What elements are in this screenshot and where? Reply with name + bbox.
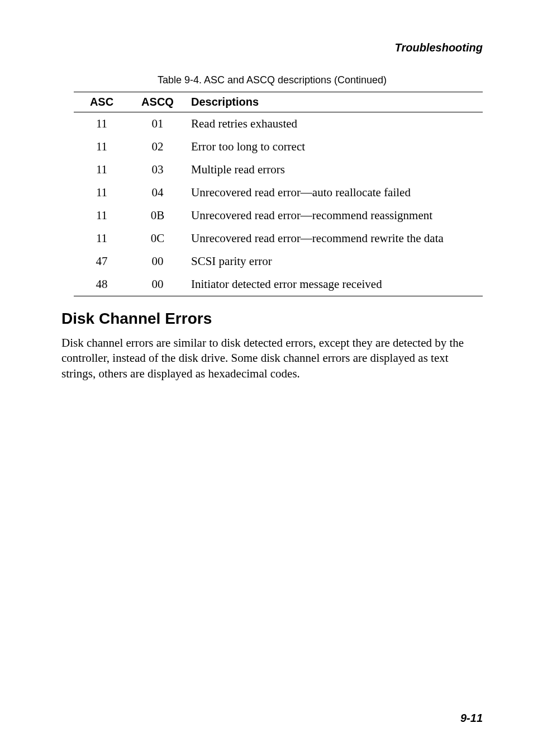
- table-row: 47 00 SCSI parity error: [74, 250, 483, 273]
- table-row: 11 01 Read retries exhausted: [74, 112, 483, 136]
- cell-desc: SCSI parity error: [185, 250, 483, 273]
- cell-asc: 11: [74, 135, 130, 158]
- table-caption: Table 9-4. ASC and ASCQ descriptions (Co…: [61, 74, 483, 86]
- cell-ascq: 0B: [130, 204, 185, 227]
- cell-ascq: 03: [130, 158, 185, 181]
- cell-asc: 11: [74, 158, 130, 181]
- cell-ascq: 0C: [130, 227, 185, 250]
- table-header-ascq: ASCQ: [130, 92, 185, 112]
- cell-ascq: 02: [130, 135, 185, 158]
- table-row: 11 02 Error too long to correct: [74, 135, 483, 158]
- table-row: 48 00 Initiator detected error message r…: [74, 273, 483, 296]
- table-row: 11 03 Multiple read errors: [74, 158, 483, 181]
- cell-desc: Unrecovered read error—recommend reassig…: [185, 204, 483, 227]
- table-row: 11 0B Unrecovered read error—recommend r…: [74, 204, 483, 227]
- cell-ascq: 00: [130, 250, 185, 273]
- section-heading: Disk Channel Errors: [61, 310, 483, 328]
- section-body: Disk channel errors are similar to disk …: [61, 336, 483, 381]
- cell-ascq: 04: [130, 181, 185, 204]
- cell-desc: Multiple read errors: [185, 158, 483, 181]
- table-row: 11 0C Unrecovered read error—recommend r…: [74, 227, 483, 250]
- cell-asc: 11: [74, 204, 130, 227]
- cell-ascq: 01: [130, 112, 185, 136]
- cell-ascq: 00: [130, 273, 185, 296]
- cell-asc: 48: [74, 273, 130, 296]
- cell-asc: 11: [74, 227, 130, 250]
- cell-asc: 47: [74, 250, 130, 273]
- cell-asc: 11: [74, 112, 130, 136]
- table-header-descriptions: Descriptions: [185, 92, 483, 112]
- cell-desc: Error too long to correct: [185, 135, 483, 158]
- page-number: 9-11: [460, 712, 483, 725]
- table-header-row: ASC ASCQ Descriptions: [74, 92, 483, 112]
- table-row: 11 04 Unrecovered read error—auto reallo…: [74, 181, 483, 204]
- cell-desc: Unrecovered read error—recommend rewrite…: [185, 227, 483, 250]
- cell-desc: Read retries exhausted: [185, 112, 483, 136]
- asc-ascq-table: ASC ASCQ Descriptions 11 01 Read retries…: [74, 92, 483, 296]
- table-header-asc: ASC: [74, 92, 130, 112]
- cell-asc: 11: [74, 181, 130, 204]
- running-head: Troubleshooting: [61, 41, 483, 54]
- cell-desc: Unrecovered read error—auto reallocate f…: [185, 181, 483, 204]
- cell-desc: Initiator detected error message receive…: [185, 273, 483, 296]
